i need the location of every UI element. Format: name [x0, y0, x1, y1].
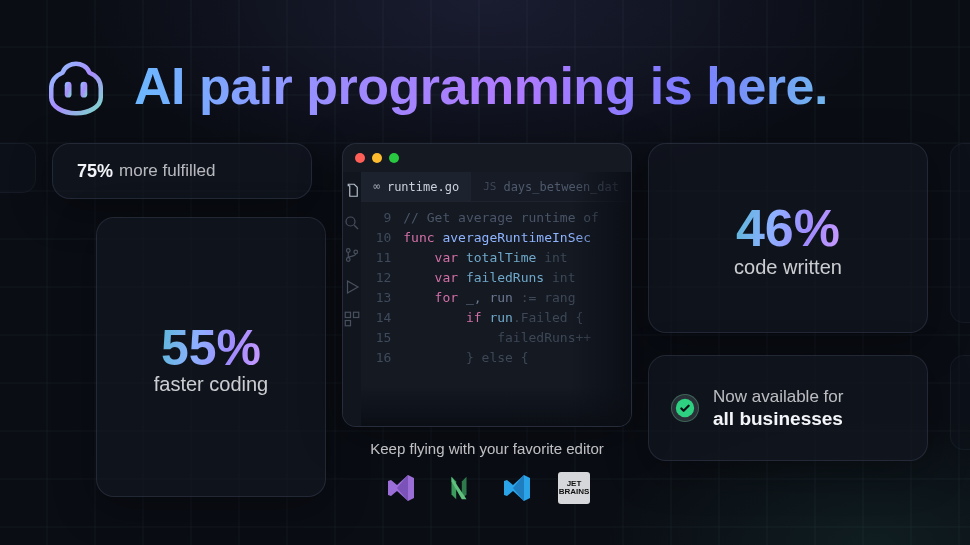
svg-point-5: [347, 258, 351, 262]
line-number: 12: [361, 268, 391, 288]
availability-panel: Now available for all businesses: [648, 355, 928, 461]
decorative-panel: [0, 143, 36, 193]
stat-fulfilled-label: more fulfilled: [119, 161, 215, 181]
editor-caption: Keep flying with your favorite editor: [342, 440, 632, 457]
code-editor-preview: ∞runtime.goJSdays_between_dat 9// Get av…: [342, 143, 632, 427]
stat-fulfilled-value: 75%: [77, 161, 113, 182]
tab-filename: runtime.go: [387, 180, 459, 194]
svg-point-6: [354, 250, 358, 254]
debug-icon: [343, 278, 361, 296]
svg-rect-7: [345, 312, 350, 317]
hero: AI pair programming is here.: [40, 48, 930, 124]
line-number: 14: [361, 308, 391, 328]
stat-codewritten-value: 46%: [736, 198, 840, 258]
line-number: 11: [361, 248, 391, 268]
svg-rect-1: [81, 82, 88, 98]
search-icon: [343, 214, 361, 232]
branch-icon: [343, 246, 361, 264]
line-number: 13: [361, 288, 391, 308]
neovim-icon: [442, 471, 476, 505]
line-number: 16: [361, 348, 391, 368]
minimize-dot-icon: [372, 153, 382, 163]
svg-point-3: [346, 217, 355, 226]
line-number: 10: [361, 228, 391, 248]
editor-caption-block: Keep flying with your favorite editor JE…: [342, 440, 632, 505]
stat-codewritten-panel: 46% code written: [648, 143, 928, 333]
availability-line1: Now available for: [713, 386, 843, 407]
availability-line2: all businesses: [713, 407, 843, 431]
activity-bar: [343, 172, 361, 426]
visual-studio-icon: [384, 471, 418, 505]
close-dot-icon: [355, 153, 365, 163]
decorative-panel: [950, 355, 970, 450]
stat-faster-value: 55%: [161, 319, 261, 377]
window-traffic-lights: [343, 144, 631, 172]
extensions-icon: [343, 310, 361, 328]
fade-overlay: [361, 386, 631, 426]
svg-rect-9: [345, 321, 350, 326]
file-type-icon: ∞: [373, 180, 380, 193]
editor-tab[interactable]: ∞runtime.go: [361, 172, 471, 201]
checkmark-icon: [671, 394, 699, 422]
stat-faster-panel: 55% faster coding: [96, 217, 326, 497]
files-icon: [343, 182, 361, 200]
decorative-panel: [950, 143, 970, 323]
stat-codewritten-label: code written: [734, 256, 842, 279]
vscode-icon: [500, 471, 534, 505]
maximize-dot-icon: [389, 153, 399, 163]
file-type-icon: JS: [483, 180, 496, 193]
hero-title: AI pair programming is here.: [134, 56, 828, 116]
stat-fulfilled-panel: 75% more fulfilled: [52, 143, 312, 199]
svg-point-4: [347, 249, 351, 253]
jetbrains-icon: JETBRAINS: [558, 472, 590, 504]
svg-rect-8: [354, 312, 359, 317]
svg-rect-0: [65, 82, 72, 98]
line-number: 9: [361, 208, 391, 228]
stat-faster-label: faster coding: [154, 373, 269, 396]
line-number: 15: [361, 328, 391, 348]
copilot-icon: [40, 48, 112, 124]
